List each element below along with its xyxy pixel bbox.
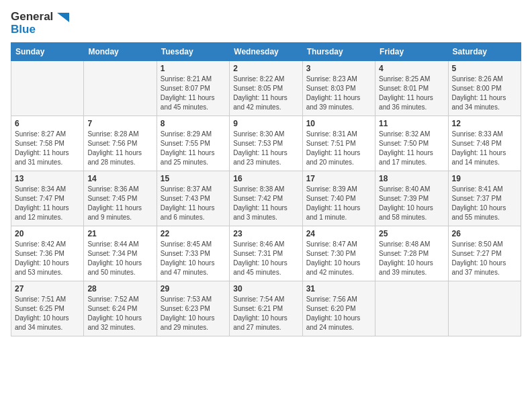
day-info: Sunrise: 8:50 AM Sunset: 7:27 PM Dayligh…: [452, 240, 517, 277]
calendar-cell: 25Sunrise: 8:48 AM Sunset: 7:28 PM Dayli…: [375, 226, 448, 281]
day-number: 23: [233, 229, 298, 238]
calendar-cell: [84, 61, 157, 116]
day-number: 8: [161, 119, 226, 128]
day-number: 31: [306, 284, 371, 293]
day-number: 29: [161, 284, 226, 293]
day-number: 19: [452, 174, 517, 183]
day-info: Sunrise: 8:38 AM Sunset: 7:42 PM Dayligh…: [233, 185, 298, 222]
logo-triangle-icon: [57, 13, 69, 22]
week-row-1: 1Sunrise: 8:21 AM Sunset: 8:07 PM Daylig…: [11, 61, 521, 116]
day-number: 4: [379, 64, 444, 73]
calendar-cell: 4Sunrise: 8:25 AM Sunset: 8:01 PM Daylig…: [375, 61, 448, 116]
calendar-cell: 10Sunrise: 8:31 AM Sunset: 7:51 PM Dayli…: [302, 116, 375, 171]
day-number: 30: [233, 284, 298, 293]
day-number: 22: [161, 229, 226, 238]
day-info: Sunrise: 7:56 AM Sunset: 6:20 PM Dayligh…: [306, 295, 371, 332]
header-friday: Friday: [375, 43, 448, 61]
day-info: Sunrise: 8:26 AM Sunset: 8:00 PM Dayligh…: [452, 75, 517, 112]
day-number: 28: [87, 284, 152, 293]
header-sunday: Sunday: [11, 43, 84, 61]
day-number: 26: [452, 229, 517, 238]
calendar-cell: 16Sunrise: 8:38 AM Sunset: 7:42 PM Dayli…: [230, 171, 302, 226]
calendar-cell: [375, 281, 448, 336]
day-number: 13: [15, 174, 80, 183]
day-number: 9: [233, 119, 298, 128]
calendar-cell: 20Sunrise: 8:42 AM Sunset: 7:36 PM Dayli…: [11, 226, 84, 281]
calendar-cell: 18Sunrise: 8:40 AM Sunset: 7:39 PM Dayli…: [375, 171, 448, 226]
day-number: 6: [15, 119, 80, 128]
day-info: Sunrise: 7:51 AM Sunset: 6:25 PM Dayligh…: [15, 295, 80, 332]
week-row-4: 20Sunrise: 8:42 AM Sunset: 7:36 PM Dayli…: [11, 226, 521, 281]
calendar-cell: [11, 61, 84, 116]
day-number: 1: [161, 64, 226, 73]
day-info: Sunrise: 8:40 AM Sunset: 7:39 PM Dayligh…: [379, 185, 444, 222]
day-number: 18: [379, 174, 444, 183]
calendar-cell: 5Sunrise: 8:26 AM Sunset: 8:00 PM Daylig…: [448, 61, 521, 116]
day-info: Sunrise: 8:44 AM Sunset: 7:34 PM Dayligh…: [87, 240, 152, 277]
calendar-cell: 2Sunrise: 8:22 AM Sunset: 8:05 PM Daylig…: [230, 61, 302, 116]
calendar-cell: 3Sunrise: 8:23 AM Sunset: 8:03 PM Daylig…: [302, 61, 375, 116]
day-info: Sunrise: 8:25 AM Sunset: 8:01 PM Dayligh…: [379, 75, 444, 112]
calendar-cell: 17Sunrise: 8:39 AM Sunset: 7:40 PM Dayli…: [302, 171, 375, 226]
day-number: 25: [379, 229, 444, 238]
day-info: Sunrise: 8:29 AM Sunset: 7:55 PM Dayligh…: [161, 130, 226, 167]
day-number: 12: [452, 119, 517, 128]
header-monday: Monday: [84, 43, 157, 61]
day-info: Sunrise: 8:37 AM Sunset: 7:43 PM Dayligh…: [161, 185, 226, 222]
day-number: 17: [306, 174, 371, 183]
day-info: Sunrise: 8:23 AM Sunset: 8:03 PM Dayligh…: [306, 75, 371, 112]
calendar-cell: 26Sunrise: 8:50 AM Sunset: 7:27 PM Dayli…: [448, 226, 521, 281]
day-number: 24: [306, 229, 371, 238]
day-info: Sunrise: 8:32 AM Sunset: 7:50 PM Dayligh…: [379, 130, 444, 167]
calendar-cell: 13Sunrise: 8:34 AM Sunset: 7:47 PM Dayli…: [11, 171, 84, 226]
calendar-cell: 27Sunrise: 7:51 AM Sunset: 6:25 PM Dayli…: [11, 281, 84, 336]
calendar-cell: 7Sunrise: 8:28 AM Sunset: 7:56 PM Daylig…: [84, 116, 157, 171]
header-thursday: Thursday: [302, 43, 375, 61]
calendar-cell: 21Sunrise: 8:44 AM Sunset: 7:34 PM Dayli…: [84, 226, 157, 281]
week-row-3: 13Sunrise: 8:34 AM Sunset: 7:47 PM Dayli…: [11, 171, 521, 226]
day-number: 2: [233, 64, 298, 73]
calendar-cell: 12Sunrise: 8:33 AM Sunset: 7:48 PM Dayli…: [448, 116, 521, 171]
calendar-cell: [448, 281, 521, 336]
day-info: Sunrise: 7:54 AM Sunset: 6:21 PM Dayligh…: [233, 295, 298, 332]
calendar-table: SundayMondayTuesdayWednesdayThursdayFrid…: [11, 42, 521, 336]
day-info: Sunrise: 8:39 AM Sunset: 7:40 PM Dayligh…: [306, 185, 371, 222]
calendar-cell: 28Sunrise: 7:52 AM Sunset: 6:24 PM Dayli…: [84, 281, 157, 336]
day-info: Sunrise: 8:48 AM Sunset: 7:28 PM Dayligh…: [379, 240, 444, 277]
day-info: Sunrise: 8:28 AM Sunset: 7:56 PM Dayligh…: [87, 130, 152, 167]
calendar-cell: 6Sunrise: 8:27 AM Sunset: 7:58 PM Daylig…: [11, 116, 84, 171]
day-info: Sunrise: 8:42 AM Sunset: 7:36 PM Dayligh…: [15, 240, 80, 277]
day-info: Sunrise: 8:34 AM Sunset: 7:47 PM Dayligh…: [15, 185, 80, 222]
day-number: 5: [452, 64, 517, 73]
day-info: Sunrise: 8:31 AM Sunset: 7:51 PM Dayligh…: [306, 130, 371, 167]
day-info: Sunrise: 8:27 AM Sunset: 7:58 PM Dayligh…: [15, 130, 80, 167]
week-row-5: 27Sunrise: 7:51 AM Sunset: 6:25 PM Dayli…: [11, 281, 521, 336]
calendar-header-row: SundayMondayTuesdayWednesdayThursdayFrid…: [11, 43, 521, 61]
calendar-cell: 23Sunrise: 8:46 AM Sunset: 7:31 PM Dayli…: [230, 226, 302, 281]
day-number: 7: [87, 119, 152, 128]
calendar-cell: 29Sunrise: 7:53 AM Sunset: 6:23 PM Dayli…: [157, 281, 229, 336]
calendar-cell: 30Sunrise: 7:54 AM Sunset: 6:21 PM Dayli…: [230, 281, 302, 336]
calendar-cell: 15Sunrise: 8:37 AM Sunset: 7:43 PM Dayli…: [157, 171, 229, 226]
day-info: Sunrise: 8:36 AM Sunset: 7:45 PM Dayligh…: [87, 185, 152, 222]
svg-marker-0: [57, 13, 69, 22]
calendar-cell: 14Sunrise: 8:36 AM Sunset: 7:45 PM Dayli…: [84, 171, 157, 226]
week-row-2: 6Sunrise: 8:27 AM Sunset: 7:58 PM Daylig…: [11, 116, 521, 171]
day-number: 16: [233, 174, 298, 183]
calendar-cell: 11Sunrise: 8:32 AM Sunset: 7:50 PM Dayli…: [375, 116, 448, 171]
calendar-cell: 22Sunrise: 8:45 AM Sunset: 7:33 PM Dayli…: [157, 226, 229, 281]
day-number: 15: [161, 174, 226, 183]
day-number: 20: [15, 229, 80, 238]
day-info: Sunrise: 8:30 AM Sunset: 7:53 PM Dayligh…: [233, 130, 298, 167]
header-tuesday: Tuesday: [157, 43, 229, 61]
calendar-cell: 24Sunrise: 8:47 AM Sunset: 7:30 PM Dayli…: [302, 226, 375, 281]
day-info: Sunrise: 8:45 AM Sunset: 7:33 PM Dayligh…: [161, 240, 226, 277]
day-number: 14: [87, 174, 152, 183]
day-number: 11: [379, 119, 444, 128]
calendar-cell: 1Sunrise: 8:21 AM Sunset: 8:07 PM Daylig…: [157, 61, 229, 116]
logo: General Blue: [11, 11, 69, 36]
day-info: Sunrise: 8:22 AM Sunset: 8:05 PM Dayligh…: [233, 75, 298, 112]
day-info: Sunrise: 8:46 AM Sunset: 7:31 PM Dayligh…: [233, 240, 298, 277]
calendar-cell: 9Sunrise: 8:30 AM Sunset: 7:53 PM Daylig…: [230, 116, 302, 171]
day-number: 21: [87, 229, 152, 238]
